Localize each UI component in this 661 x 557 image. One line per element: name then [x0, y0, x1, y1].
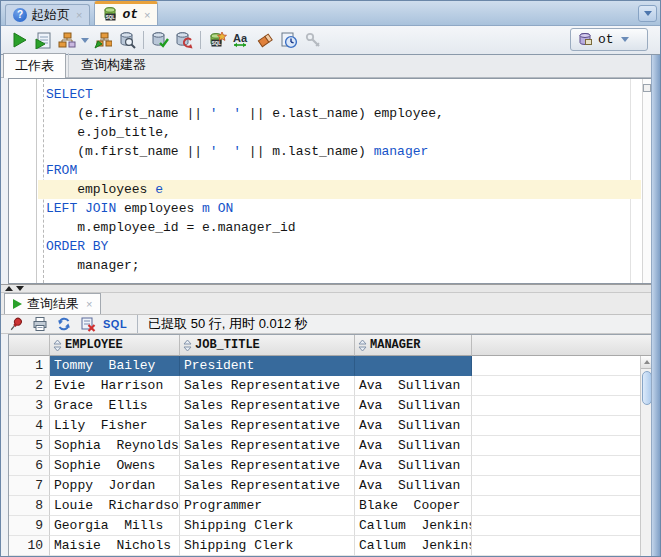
row-number-cell[interactable]: 1: [9, 356, 50, 376]
change-case-icon[interactable]: Aa: [229, 28, 253, 52]
row-number-cell[interactable]: 3: [9, 396, 50, 416]
tab-query-result[interactable]: 查询结果 ×: [4, 293, 101, 314]
employee-cell[interactable]: Grace Ellis: [50, 396, 180, 416]
results-grid[interactable]: EMPLOYEEJOB_TITLEMANAGER 1Tommy BaileyPr…: [8, 334, 653, 557]
job-title-cell[interactable]: Sales Representative: [180, 476, 355, 496]
job-title-cell[interactable]: President: [180, 356, 355, 376]
table-row[interactable]: 1Tommy BaileyPresident: [9, 356, 653, 376]
table-row[interactable]: 3Grace EllisSales RepresentativeAva Sull…: [9, 396, 653, 416]
explain-plan-icon[interactable]: [91, 28, 115, 52]
code-line[interactable]: SELECT: [38, 85, 641, 104]
row-number-cell[interactable]: 4: [9, 416, 50, 436]
code-line[interactable]: ORDER BY: [38, 237, 641, 256]
sort-icon[interactable]: [53, 339, 62, 352]
code-line[interactable]: manager;: [38, 256, 641, 275]
code-line[interactable]: LEFT JOIN employees m ON: [38, 199, 641, 218]
row-number-cell[interactable]: 9: [9, 516, 50, 536]
manager-cell[interactable]: Callum Jenkins: [355, 536, 472, 556]
manager-cell[interactable]: Ava Sullivan: [355, 396, 472, 416]
row-number-cell[interactable]: 2: [9, 376, 50, 396]
code-line[interactable]: employees e: [38, 180, 641, 199]
row-number-cell[interactable]: 6: [9, 456, 50, 476]
code-line[interactable]: m.employee_id = e.manager_id: [38, 218, 641, 237]
sort-icon[interactable]: [183, 339, 192, 352]
manager-cell[interactable]: [355, 356, 472, 376]
table-row[interactable]: 8Louie RichardsonProgrammerBlake Cooper: [9, 496, 653, 516]
job-title-cell[interactable]: Sales Representative: [180, 436, 355, 456]
table-row[interactable]: 2Evie HarrisonSales RepresentativeAva Su…: [9, 376, 653, 396]
connection-selector[interactable]: ot: [570, 28, 648, 51]
row-number-cell[interactable]: 5: [9, 436, 50, 456]
column-header-job_title[interactable]: JOB_TITLE: [180, 335, 355, 356]
rollback-icon[interactable]: [172, 28, 196, 52]
column-header-manager[interactable]: MANAGER: [355, 335, 472, 356]
pin-icon[interactable]: [7, 316, 25, 332]
job-title-cell[interactable]: Shipping Clerk: [180, 516, 355, 536]
sql-history-icon[interactable]: [277, 28, 301, 52]
code-line[interactable]: FROM: [38, 161, 641, 180]
close-icon[interactable]: ×: [76, 10, 82, 20]
table-row[interactable]: 9Georgia MillsShipping ClerkCallum Jenki…: [9, 516, 653, 536]
chevron-down-icon[interactable]: [621, 37, 629, 42]
job-title-cell[interactable]: Programmer: [180, 496, 355, 516]
commit-icon[interactable]: [148, 28, 172, 52]
sql-editor[interactable]: SELECT (e.first_name || ' ' || e.last_na…: [8, 78, 653, 284]
manager-cell[interactable]: Ava Sullivan: [355, 476, 472, 496]
cancel-icon[interactable]: [79, 316, 97, 332]
job-title-cell[interactable]: Shipping Clerk: [180, 536, 355, 556]
employee-cell[interactable]: Tommy Bailey: [50, 356, 180, 376]
employee-cell[interactable]: Sophie Owens: [50, 456, 180, 476]
tab-worksheet-ot[interactable]: SQL ot ×: [94, 1, 158, 25]
run-statement-icon[interactable]: [7, 28, 31, 52]
autotrace-icon[interactable]: [55, 28, 79, 52]
row-number-cell[interactable]: 8: [9, 496, 50, 516]
tab-start-page[interactable]: ? 起始页 ×: [5, 4, 90, 25]
clear-icon[interactable]: [253, 28, 277, 52]
table-row[interactable]: 6Sophie OwensSales RepresentativeAva Sul…: [9, 456, 653, 476]
job-title-cell[interactable]: Sales Representative: [180, 396, 355, 416]
table-row[interactable]: 4Lily FisherSales RepresentativeAva Sull…: [9, 416, 653, 436]
privileges-icon: [301, 28, 325, 52]
tab-query-builder[interactable]: 查询构建器: [68, 53, 158, 77]
employee-cell[interactable]: Sophia Reynolds: [50, 436, 180, 456]
employee-cell[interactable]: Maisie Nichols: [50, 536, 180, 556]
close-icon[interactable]: ×: [144, 10, 150, 20]
chevron-down-icon[interactable]: [638, 5, 657, 22]
manager-cell[interactable]: Callum Jenkins: [355, 516, 472, 536]
code-line[interactable]: (e.first_name || ' ' || e.last_name) emp…: [38, 104, 641, 123]
code-line[interactable]: e.job_title,: [38, 123, 641, 142]
manager-cell[interactable]: Ava Sullivan: [355, 416, 472, 436]
employee-cell[interactable]: Evie Harrison: [50, 376, 180, 396]
run-script-icon[interactable]: [31, 28, 55, 52]
close-icon[interactable]: ×: [86, 299, 92, 309]
employee-cell[interactable]: Georgia Mills: [50, 516, 180, 536]
manager-cell[interactable]: Ava Sullivan: [355, 436, 472, 456]
print-icon[interactable]: [31, 316, 49, 332]
sql-button[interactable]: SQL: [103, 318, 127, 330]
job-title-cell[interactable]: Sales Representative: [180, 416, 355, 436]
table-row[interactable]: 10Maisie NicholsShipping ClerkCallum Jen…: [9, 536, 653, 556]
collapse-down-icon[interactable]: [16, 286, 24, 291]
collapse-up-icon[interactable]: [5, 286, 13, 291]
employee-cell[interactable]: Louie Richardson: [50, 496, 180, 516]
manager-cell[interactable]: Ava Sullivan: [355, 456, 472, 476]
sql-tuning-icon[interactable]: [115, 28, 139, 52]
unshared-worksheet-icon[interactable]: SQL: [205, 28, 229, 52]
employee-cell[interactable]: Poppy Jordan: [50, 476, 180, 496]
row-number-cell[interactable]: 7: [9, 476, 50, 496]
code-line[interactable]: (m.first_name || ' ' || m.last_name) man…: [38, 142, 641, 161]
column-header-employee[interactable]: EMPLOYEE: [50, 335, 180, 356]
refresh-icon[interactable]: [55, 316, 73, 332]
job-title-cell[interactable]: Sales Representative: [180, 456, 355, 476]
tab-worksheet[interactable]: 工作表: [3, 53, 66, 78]
table-row[interactable]: 5Sophia ReynoldsSales RepresentativeAva …: [9, 436, 653, 456]
panel-splitter[interactable]: [1, 284, 651, 293]
row-number-cell[interactable]: 10: [9, 536, 50, 556]
employee-cell[interactable]: Lily Fisher: [50, 416, 180, 436]
manager-cell[interactable]: Blake Cooper: [355, 496, 472, 516]
job-title-cell[interactable]: Sales Representative: [180, 376, 355, 396]
table-row[interactable]: 7Poppy JordanSales RepresentativeAva Sul…: [9, 476, 653, 496]
sort-icon[interactable]: [358, 339, 367, 352]
manager-cell[interactable]: Ava Sullivan: [355, 376, 472, 396]
autotrace-dropdown-icon[interactable]: [81, 38, 89, 43]
